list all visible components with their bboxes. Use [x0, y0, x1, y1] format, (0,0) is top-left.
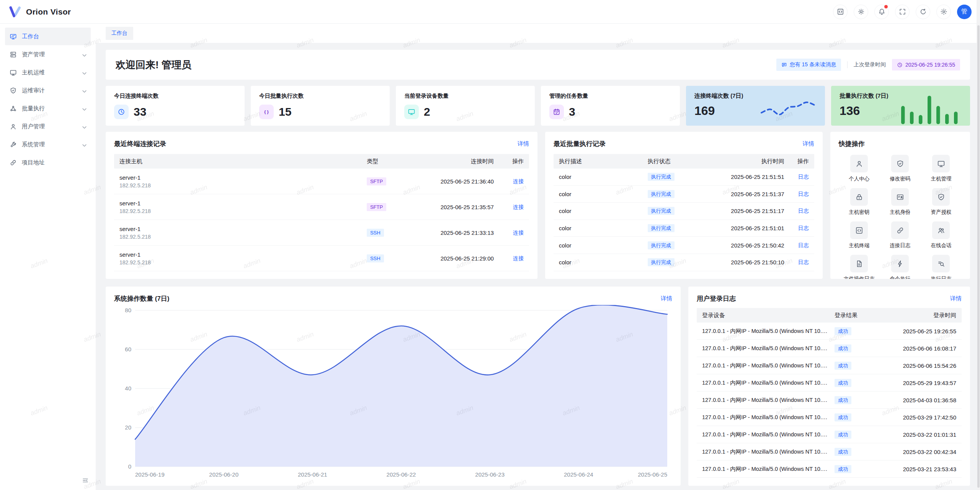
connect-link[interactable]: 连接	[513, 178, 524, 184]
personal-center-icon	[855, 160, 863, 168]
table-row: 127.0.0.1 - 内网IP - Mozilla/5.0 (Windows …	[697, 374, 962, 392]
quick-action-file-operation-log[interactable]: 文件操作日志	[839, 255, 880, 279]
sidebar: 工作台资产管理主机运维运维审计批量执行用户管理系统管理项目地址	[0, 24, 96, 490]
last-login-time-badge: 2025-06-25 19:26:55	[892, 59, 960, 70]
sidebar-item-host-ops[interactable]: 主机运维	[5, 64, 91, 81]
table-row: server-1182.92.5.218SFTP2025-06-25 21:36…	[114, 169, 529, 194]
sidebar-item-user-management[interactable]: 用户管理	[5, 118, 91, 135]
sidebar-item-project-link[interactable]: 项目地址	[5, 154, 91, 171]
connect-link[interactable]: 连接	[513, 229, 524, 236]
quick-action-label: 资产授权	[931, 209, 951, 216]
fullscreen-icon	[899, 8, 906, 15]
quick-action-online-session[interactable]: 在线会话	[921, 221, 962, 249]
content: 欢迎回来! 管理员 您有 15 条未读消息 上次登录时间 2025-06-25 …	[96, 43, 980, 490]
quick-action-connect-log[interactable]: 连接日志	[880, 221, 921, 249]
sidebar-item-ops-audit[interactable]: 运维审计	[5, 82, 91, 99]
result-tag: 成功	[835, 327, 851, 335]
api-button[interactable]	[833, 5, 848, 19]
header-actions: 管	[833, 5, 972, 19]
result-tag: 成功	[835, 396, 851, 404]
chart-detail-link[interactable]: 详情	[661, 295, 672, 302]
exec-desc: color	[559, 208, 648, 214]
log-link[interactable]: 日志	[798, 191, 809, 197]
log-link[interactable]: 日志	[798, 225, 809, 231]
login-device: 127.0.0.1 - 内网IP - Mozilla/5.0 (Windows …	[702, 414, 835, 421]
login-log-panel: 用户登录日志 详情 登录设备登录结果登录时间127.0.0.1 - 内网IP -…	[688, 287, 970, 486]
area-chart-svg: 0204060802025-06-192025-06-202025-06-212…	[114, 305, 672, 480]
sidebar-item-asset-management[interactable]: 资产管理	[5, 46, 91, 63]
host-ops-icon	[10, 69, 17, 76]
command-exec-icon	[896, 260, 904, 268]
col-header: 登录结果	[835, 312, 880, 319]
ops-audit-icon	[10, 87, 17, 94]
panel-title: 快捷操作	[839, 139, 865, 148]
user-avatar[interactable]: 管	[957, 5, 972, 19]
login-time: 2025-06-06 15:54:26	[880, 362, 956, 369]
sidebar-item-workbench[interactable]: 工作台	[5, 28, 91, 45]
table-row: 127.0.0.1 - 内网IP - Mozilla/5.0 (Windows …	[697, 357, 962, 374]
theme-button[interactable]	[854, 5, 868, 19]
breadcrumb: 工作台	[96, 24, 980, 43]
log-link[interactable]: 日志	[798, 242, 809, 248]
quick-action-exec-log[interactable]: 执行日志	[921, 255, 962, 279]
app-logo: Orion Visor	[8, 6, 71, 18]
connect-link[interactable]: 连接	[513, 255, 524, 261]
stats-row: 今日连接终端次数33今日批量执行次数{ }15当前登录设备数量2管理的任务数量3…	[106, 86, 970, 125]
host-name: server-1	[119, 174, 367, 181]
notification-dot	[884, 5, 888, 8]
svg-text:2025-06-22: 2025-06-22	[387, 471, 416, 478]
scrollbar-thumb[interactable]	[977, 25, 980, 488]
login-device: 127.0.0.1 - 内网IP - Mozilla/5.0 (Windows …	[702, 328, 835, 335]
today-batch-executions-card: 今日批量执行次数{ }15	[251, 86, 390, 126]
quick-action-host-identity[interactable]: 主机身份	[880, 188, 921, 216]
sidebar-item-system-management[interactable]: 系统管理	[5, 136, 91, 153]
quick-action-host-key[interactable]: 主机密钥	[839, 188, 880, 216]
main-area: 工作台 欢迎回来! 管理员 您有 15 条未读消息 上次登录时间 2025-06…	[96, 24, 980, 490]
quick-action-host-terminal[interactable]: 主机终端	[839, 221, 880, 249]
connect-link[interactable]: 连接	[513, 204, 524, 210]
panel-title: 最近终端连接记录	[114, 139, 166, 148]
sidebar-item-batch-exec[interactable]: 批量执行	[5, 100, 91, 117]
quick-action-host-management[interactable]: 主机管理	[921, 155, 962, 182]
chevron-down-icon	[81, 70, 88, 77]
exec-detail-link[interactable]: 详情	[803, 140, 814, 147]
quick-action-change-password[interactable]: 修改密码	[880, 155, 921, 182]
unread-messages-badge[interactable]: 您有 15 条未读消息	[776, 59, 841, 71]
log-link[interactable]: 日志	[798, 174, 809, 180]
quick-action-label: 个人中心	[849, 175, 869, 182]
log-link[interactable]: 日志	[798, 208, 809, 214]
exec-time: 2025-06-25 21:51:37	[698, 191, 784, 197]
quick-action-command-exec[interactable]: 命令执行	[880, 255, 921, 279]
stat-label: 今日批量执行次数	[259, 92, 381, 100]
terminal-detail-link[interactable]: 详情	[518, 140, 529, 147]
panel-title: 用户登录日志	[697, 294, 736, 303]
exec-desc: color	[559, 259, 648, 265]
type-tag: SFTP	[367, 203, 386, 211]
settings-button[interactable]	[936, 5, 951, 19]
quick-action-asset-authorization[interactable]: 资产授权	[921, 188, 962, 216]
svg-text:{ }: { }	[264, 110, 269, 114]
exec-time: 2025-06-25 21:50:42	[698, 242, 784, 249]
login-device: 127.0.0.1 - 内网IP - Mozilla/5.0 (Windows …	[702, 362, 835, 369]
login-time: 2025-04-03 01:36:58	[880, 397, 956, 403]
type-tag: SSH	[367, 229, 384, 237]
breadcrumb-item-workbench[interactable]: 工作台	[106, 27, 133, 40]
login-detail-link[interactable]: 详情	[950, 295, 962, 302]
batch-executions-7d-card: 批量执行次数 (7日) 136	[831, 86, 970, 126]
table-row: server-1182.92.5.218SSH2025-06-25 21:33:…	[114, 220, 529, 246]
result-tag: 成功	[835, 465, 851, 473]
stat-label: 今日连接终端次数	[114, 92, 236, 100]
notification-button[interactable]	[874, 5, 889, 19]
col-header: 执行描述	[559, 158, 648, 165]
quick-action-personal-center[interactable]: 个人中心	[839, 155, 880, 182]
svg-text:40: 40	[125, 385, 131, 392]
braces-icon: { }	[263, 108, 270, 116]
log-link[interactable]: 日志	[798, 259, 809, 265]
welcome-right: 您有 15 条未读消息 上次登录时间 2025-06-25 19:26:55	[776, 59, 960, 71]
sidebar-collapse-button[interactable]	[80, 475, 90, 485]
svg-text:2025-06-23: 2025-06-23	[475, 471, 505, 478]
refresh-button[interactable]	[916, 5, 930, 19]
middle-row: 最近终端连接记录 详情 连接主机类型连接时间操作server-1182.92.5…	[106, 132, 970, 279]
connect-time: 2025-06-25 21:35:57	[402, 204, 494, 210]
fullscreen-button[interactable]	[895, 5, 910, 19]
